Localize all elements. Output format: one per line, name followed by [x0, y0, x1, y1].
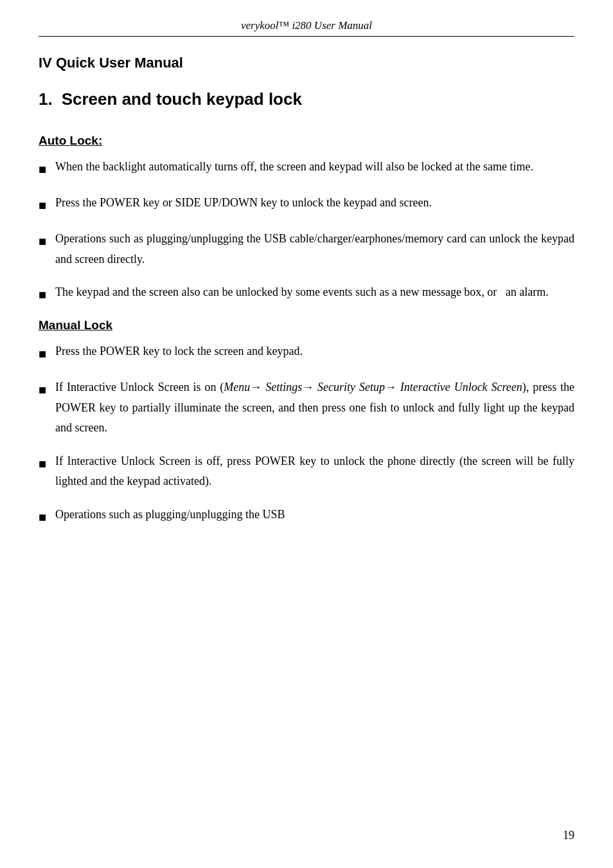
list-item: ■ When the backlight automatically turns…	[39, 157, 574, 180]
header-divider	[39, 36, 574, 37]
bullet-icon: ■	[39, 343, 46, 365]
numbered-heading: 1. Screen and touch keypad lock	[39, 83, 574, 121]
chapter-title: IV Quick User Manual	[39, 55, 574, 71]
header: verykool™ i280 User Manual	[39, 19, 574, 37]
header-title: verykool™ i280 User Manual	[39, 19, 574, 32]
bullet-text: Operations such as plugging/unplugging t…	[55, 229, 574, 269]
bullet-text: If Interactive Unlock Screen is on (Menu…	[55, 377, 574, 439]
manuallock-list: ■ Press the POWER key to lock the screen…	[39, 341, 574, 528]
bullet-text: If Interactive Unlock Screen is off, pre…	[55, 451, 574, 492]
list-item: ■ Press the POWER key to lock the screen…	[39, 341, 574, 365]
bullet-text: The keypad and the screen also can be un…	[55, 282, 574, 303]
bullet-text: Press the POWER key to lock the screen a…	[55, 341, 574, 362]
bullet-text: When the backlight automatically turns o…	[55, 157, 574, 177]
list-item: ■ The keypad and the screen also can be …	[39, 282, 574, 305]
list-item: ■ Press the POWER key or SIDE UP/DOWN ke…	[39, 193, 574, 216]
section-number: 1.	[39, 89, 53, 109]
bullet-icon: ■	[39, 506, 46, 528]
bullet-text: Press the POWER key or SIDE UP/DOWN key …	[55, 193, 574, 213]
bullet-icon: ■	[39, 194, 46, 216]
bullet-icon: ■	[39, 158, 46, 180]
list-item: ■ If Interactive Unlock Screen is off, p…	[39, 451, 574, 492]
bullet-icon: ■	[39, 453, 46, 475]
autolock-list: ■ When the backlight automatically turns…	[39, 157, 574, 305]
bullet-icon: ■	[39, 230, 46, 252]
autolock-heading: Auto Lock:	[39, 134, 574, 148]
list-item: ■ If Interactive Unlock Screen is on (Me…	[39, 377, 574, 439]
page-container: verykool™ i280 User Manual IV Quick User…	[0, 0, 613, 868]
bullet-icon: ■	[39, 284, 46, 305]
section-heading: Screen and touch keypad lock	[62, 89, 302, 109]
page-number: 19	[563, 829, 574, 842]
brand-name: verykool™ i280 User Manual	[241, 19, 372, 32]
list-item: ■ Operations such as plugging/unplugging…	[39, 229, 574, 269]
list-item: ■ Operations such as plugging/unplugging…	[39, 505, 574, 528]
bullet-text: Operations such as plugging/unplugging t…	[55, 505, 574, 525]
manuallock-heading: Manual Lock	[39, 318, 574, 332]
bullet-icon: ■	[39, 379, 46, 401]
